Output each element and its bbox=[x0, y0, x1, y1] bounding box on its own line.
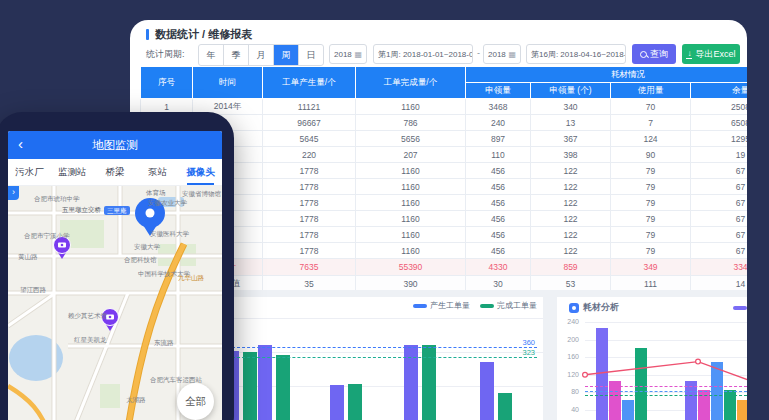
stat-period-label: 统计周期: bbox=[146, 48, 185, 61]
show-all-button[interactable]: 全部 bbox=[177, 383, 214, 420]
bar-产生工单量-1[interactable] bbox=[258, 345, 272, 420]
legend-item-0[interactable]: 产生工单量 bbox=[413, 300, 470, 311]
bar-完成工单量-3[interactable] bbox=[422, 345, 436, 420]
bar-完成工单量-4[interactable] bbox=[498, 393, 512, 420]
table-cell: 367 bbox=[531, 131, 611, 147]
period-option-季[interactable]: 季 bbox=[223, 45, 248, 65]
y-axis-tick: 160 bbox=[557, 353, 579, 360]
consumable-bar[interactable] bbox=[622, 400, 634, 420]
back-icon[interactable]: ‹ bbox=[18, 135, 23, 153]
export-excel-button[interactable]: ↓ 导出Excel bbox=[682, 44, 740, 64]
bar-完成工单量-1[interactable] bbox=[276, 355, 290, 420]
phone-tab-桥梁[interactable]: 桥梁 bbox=[94, 159, 137, 185]
end-week-picker[interactable]: 第16周: 2018-04-16~2018-04-22 bbox=[526, 44, 626, 64]
phone-tab-摄像头[interactable]: 摄像头 bbox=[179, 159, 222, 185]
table-cell: 67 bbox=[691, 211, 748, 227]
table-cell: 456 bbox=[466, 227, 531, 243]
table-cell: 122 bbox=[531, 163, 611, 179]
map-label: 安徽农业大学 bbox=[148, 199, 187, 208]
table-cell: 5645 bbox=[263, 131, 356, 147]
period-option-日[interactable]: 日 bbox=[298, 45, 323, 65]
table-cell: 349 bbox=[611, 259, 691, 276]
calendar-icon: ▦ bbox=[508, 50, 516, 59]
table-cell: 1160 bbox=[356, 195, 466, 211]
gridline bbox=[585, 340, 747, 341]
query-button[interactable]: 查询 bbox=[632, 44, 676, 64]
table-cell: 19 bbox=[691, 147, 748, 163]
sub-col-header-2: 使用量 bbox=[611, 83, 691, 99]
y-axis-tick: 240 bbox=[557, 318, 579, 325]
phone-header: ‹ 地图监测 bbox=[8, 131, 222, 159]
bar-完成工单量-0[interactable] bbox=[243, 352, 257, 420]
table-cell: 67 bbox=[691, 195, 748, 211]
bar-产生工单量-2[interactable] bbox=[330, 385, 344, 420]
y-axis-tick: 80 bbox=[557, 388, 579, 395]
table-cell: 207 bbox=[356, 147, 466, 163]
table-row: 12014年1112111603468340702508 bbox=[141, 99, 748, 115]
table-cell: 1778 bbox=[263, 211, 356, 227]
y-axis-tick: 40 bbox=[557, 406, 579, 413]
table-cell: 1160 bbox=[356, 99, 466, 115]
col-header-0: 序号 bbox=[141, 67, 193, 99]
legend-swatch-clipped bbox=[733, 306, 747, 310]
reference-line bbox=[232, 357, 537, 358]
table-cell: 456 bbox=[466, 163, 531, 179]
consumable-bar[interactable] bbox=[685, 381, 697, 420]
map-expander-button[interactable]: › bbox=[8, 186, 19, 200]
table-cell: 122 bbox=[531, 227, 611, 243]
table-cell: 2508 bbox=[691, 99, 748, 115]
table-cell: 1778 bbox=[263, 227, 356, 243]
table-cell: 67 bbox=[691, 179, 748, 195]
start-week-picker[interactable]: 第1周: 2018-01-01~2018-01-07 bbox=[373, 44, 473, 64]
table-cell: 1160 bbox=[356, 211, 466, 227]
consumable-bar[interactable] bbox=[635, 348, 647, 420]
phone-tab-泵站[interactable]: 泵站 bbox=[136, 159, 179, 185]
end-week-value: 第16周: 2018-04-16~2018-04-22 bbox=[531, 49, 626, 60]
table-cell: 1160 bbox=[356, 243, 466, 259]
table-cell: 334 bbox=[691, 259, 748, 276]
table-cell: 1160 bbox=[356, 179, 466, 195]
table-cell: 1778 bbox=[263, 243, 356, 259]
table-cell: 79 bbox=[611, 163, 691, 179]
table-cell: 240 bbox=[466, 115, 531, 131]
table-cell: 1160 bbox=[356, 163, 466, 179]
period-option-月[interactable]: 月 bbox=[248, 45, 273, 65]
col-header-2: 工单产生量/个 bbox=[263, 67, 356, 99]
map-label: 九华山路 bbox=[178, 274, 204, 283]
group-header-consumables: 耗材情况 bbox=[466, 67, 748, 83]
table-cell: 13 bbox=[531, 115, 611, 131]
phone-tab-污水厂[interactable]: 污水厂 bbox=[8, 159, 51, 185]
sub-col-header-1: 申领量 (个) bbox=[531, 83, 611, 99]
table-cell: 340 bbox=[531, 99, 611, 115]
legend-item-1[interactable]: 完成工单量 bbox=[480, 300, 537, 311]
reference-label: 323 bbox=[522, 348, 535, 357]
table-cell: 122 bbox=[531, 179, 611, 195]
end-year-picker[interactable]: 2018 ▦ bbox=[483, 44, 521, 64]
period-option-周[interactable]: 周 bbox=[273, 45, 298, 65]
table-cell: 67 bbox=[691, 227, 748, 243]
period-option-年[interactable]: 年 bbox=[199, 45, 223, 65]
table-cell: 79 bbox=[611, 211, 691, 227]
range-separator: - bbox=[477, 48, 480, 58]
map-view[interactable]: › 三里庵 五里墩立交桥 全部 合肥市琥珀中学体育场安徽农业大学安徽省博物馆合肥… bbox=[8, 186, 222, 420]
start-year-picker[interactable]: 2018 ▦ bbox=[329, 44, 367, 64]
breadcrumb-accent-bar bbox=[146, 29, 149, 40]
table-cell: 1160 bbox=[356, 227, 466, 243]
table-cell: 96667 bbox=[263, 115, 356, 131]
y-axis-tick: 120 bbox=[557, 371, 579, 378]
bar-产生工单量-3[interactable] bbox=[404, 345, 418, 420]
breadcrumb: 数据统计 / 维修报表 bbox=[146, 27, 252, 41]
table-cell: 7635 bbox=[263, 259, 356, 276]
map-label: 赖少其艺术馆 bbox=[68, 312, 107, 321]
consumable-bar[interactable] bbox=[596, 328, 608, 420]
phone-tab-监测站[interactable]: 监测站 bbox=[51, 159, 94, 185]
table-cell: 220 bbox=[263, 147, 356, 163]
map-label: 太湖路 bbox=[126, 396, 146, 405]
table-cell: 1778 bbox=[263, 179, 356, 195]
table-cell: 456 bbox=[466, 211, 531, 227]
bar-完成工单量-2[interactable] bbox=[348, 384, 362, 420]
bar-产生工单量-4[interactable] bbox=[480, 362, 494, 420]
consumable-bar[interactable] bbox=[737, 400, 747, 420]
map-label: 东流路 bbox=[154, 339, 174, 348]
table-cell: 5656 bbox=[356, 131, 466, 147]
